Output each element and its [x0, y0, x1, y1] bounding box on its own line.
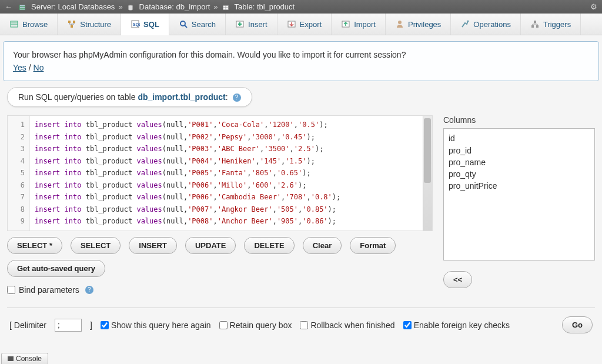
- tab-insert[interactable]: Insert: [226, 14, 277, 35]
- rollback-option[interactable]: Rollback when finished: [300, 320, 394, 330]
- svg-rect-0: [20, 5, 25, 6]
- svg-rect-26: [536, 25, 539, 28]
- notice-yes-link[interactable]: Yes: [13, 63, 26, 72]
- breadcrumb-table[interactable]: Table: tbl_product: [235, 2, 295, 11]
- column-item[interactable]: pro_name: [449, 156, 590, 168]
- editor-scrollbar[interactable]: [423, 116, 432, 231]
- columns-listbox[interactable]: idpro_idpro_namepro_qtypro_unitPrice: [443, 128, 595, 261]
- delimiter-input[interactable]: [55, 319, 82, 332]
- retain-checkbox[interactable]: [219, 321, 228, 329]
- insert-column-button[interactable]: <<: [443, 271, 472, 288]
- format-button[interactable]: Format: [350, 237, 396, 254]
- editor-line: insert into tbl_product values(null,'P00…: [35, 155, 427, 168]
- tab-browse[interactable]: Browse: [0, 14, 58, 35]
- editor-line: insert into tbl_product values(null,'P00…: [35, 215, 427, 228]
- columns-panel-title: Columns: [443, 115, 595, 125]
- tab-import[interactable]: Import: [332, 14, 386, 35]
- delimiter-label-open: [ Delimiter: [9, 320, 46, 330]
- svg-point-23: [467, 21, 469, 22]
- show-again-checkbox[interactable]: [101, 321, 109, 329]
- editor-line: insert into tbl_product values(null,'P00…: [35, 119, 427, 131]
- svg-text:SQL: SQL: [133, 22, 140, 27]
- bind-parameters-checkbox[interactable]: [7, 286, 15, 294]
- breadcrumb-bar: ← Server: Local Databases » Database: db…: [0, 0, 602, 14]
- breadcrumb-separator: »: [118, 2, 122, 11]
- rollback-checkbox[interactable]: [300, 321, 308, 329]
- delimiter-label-close: ]: [90, 320, 92, 330]
- help-icon[interactable]: ?: [233, 93, 241, 102]
- svg-rect-1: [20, 6, 25, 8]
- table-icon: [222, 2, 231, 11]
- svg-rect-2: [20, 8, 25, 9]
- editor-line: insert into tbl_product values(null,'P00…: [35, 143, 427, 155]
- select-star-button[interactable]: SELECT *: [7, 237, 62, 254]
- tab-operations[interactable]: Operations: [451, 14, 521, 35]
- column-item[interactable]: id: [449, 132, 590, 144]
- config-import-notice: Your browser has phpMyAdmin configuratio…: [3, 41, 599, 81]
- update-button[interactable]: UPDATE: [185, 237, 236, 254]
- sql-editor[interactable]: 123456789 insert into tbl_product values…: [7, 115, 433, 231]
- svg-rect-24: [534, 21, 536, 23]
- editor-line: insert into tbl_product values(null,'P00…: [35, 179, 427, 192]
- server-icon: [18, 2, 28, 11]
- column-item[interactable]: pro_id: [449, 145, 590, 156]
- query-footer: [ Delimiter ] Show this query here again…: [7, 308, 595, 337]
- svg-rect-12: [71, 25, 73, 28]
- notice-no-link[interactable]: No: [34, 63, 44, 72]
- main-tabs: Browse Structure SQLSQL Search Insert Ex…: [0, 14, 602, 35]
- tab-privileges[interactable]: Privileges: [386, 14, 451, 35]
- svg-rect-7: [11, 21, 18, 27]
- column-item[interactable]: pro_unitPrice: [449, 180, 590, 192]
- section-header: Run SQL query/queries on table db_import…: [7, 87, 252, 107]
- show-again-option[interactable]: Show this query here again: [101, 320, 211, 330]
- editor-line: insert into tbl_product values(null,'P00…: [35, 167, 427, 179]
- fk-checkbox[interactable]: [403, 321, 412, 329]
- editor-line: insert into tbl_product values(null,'P00…: [35, 191, 427, 203]
- svg-point-22: [398, 21, 402, 24]
- gear-icon[interactable]: ⚙: [590, 2, 597, 11]
- column-item[interactable]: pro_qty: [449, 168, 590, 180]
- tab-sql[interactable]: SQLSQL: [121, 14, 169, 35]
- tab-structure[interactable]: Structure: [58, 14, 121, 35]
- breadcrumb-separator: »: [213, 2, 218, 11]
- database-icon: [126, 2, 136, 11]
- svg-point-15: [180, 21, 185, 26]
- editor-line: insert into tbl_product values(null,'P00…: [35, 203, 427, 216]
- select-button[interactable]: SELECT: [71, 237, 121, 254]
- fk-option[interactable]: Enable foreign key checks: [403, 320, 510, 330]
- section-target: db_import.tbl_product: [138, 92, 225, 102]
- svg-line-16: [185, 25, 187, 28]
- notice-text: Your browser has phpMyAdmin configuratio…: [13, 50, 589, 59]
- editor-gutter: 123456789: [8, 116, 30, 231]
- clear-button[interactable]: Clear: [303, 237, 342, 254]
- editor-code[interactable]: insert into tbl_product values(null,'P00…: [30, 116, 432, 231]
- svg-rect-25: [531, 25, 534, 28]
- delete-button[interactable]: DELETE: [244, 237, 294, 254]
- breadcrumb-database[interactable]: Database: db_import: [139, 2, 210, 11]
- breadcrumb-server[interactable]: Server: Local Databases: [31, 2, 115, 11]
- back-arrow-icon[interactable]: ←: [5, 2, 12, 11]
- tab-export[interactable]: Export: [277, 14, 332, 35]
- tab-search[interactable]: Search: [169, 14, 226, 35]
- svg-rect-11: [73, 21, 75, 23]
- bind-parameters-label: Bind parameters: [19, 285, 79, 295]
- editor-line: insert into tbl_product values(null,'P00…: [35, 131, 427, 143]
- get-autosaved-button[interactable]: Get auto-saved query: [7, 260, 105, 277]
- retain-option[interactable]: Retain query box: [219, 320, 292, 330]
- go-button[interactable]: Go: [562, 316, 593, 333]
- insert-button[interactable]: INSERT: [129, 237, 177, 254]
- help-icon[interactable]: ?: [85, 286, 93, 294]
- tab-triggers[interactable]: Triggers: [521, 14, 581, 35]
- svg-rect-10: [68, 21, 71, 23]
